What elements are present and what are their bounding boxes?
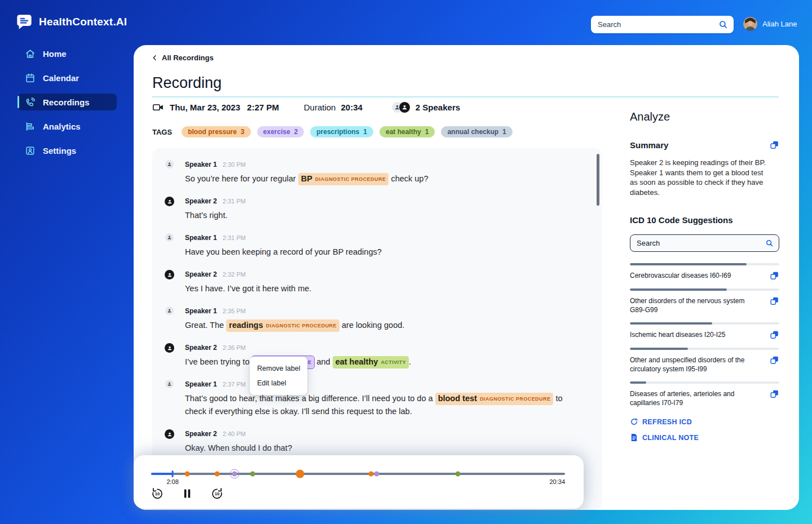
timeline-marker[interactable] (184, 472, 189, 477)
search-icon[interactable] (718, 20, 728, 29)
transcript-message: Speaker 2 2:36 PM I’ve been trying to st… (152, 344, 602, 368)
speakers-count: 2 Speakers (416, 103, 460, 112)
total-time: 20:34 (549, 478, 565, 485)
icd-suggestion: Cerebrovascular diseases I60-I69 (630, 263, 779, 281)
current-time: 2:08 (166, 478, 178, 485)
icd-suggestion-name: Cerebrovascular diseases I60-I69 (630, 271, 731, 280)
avatar[interactable] (743, 17, 757, 31)
transcript-message: Speaker 1 2:31 PM Have you been keeping … (152, 234, 602, 259)
copy-summary-icon[interactable] (770, 140, 779, 150)
timeline-marker[interactable] (214, 472, 219, 477)
confidence-bar (630, 263, 779, 265)
entity-chip-eat-healthy[interactable]: eat healthyACTIVITY (333, 356, 409, 368)
playhead[interactable] (172, 470, 174, 477)
sidebar-item-home[interactable]: Home (17, 45, 117, 62)
speaker-2-icon (399, 101, 411, 113)
timeline-marker[interactable] (374, 472, 379, 477)
tag-prescriptions[interactable]: prescriptions 1 (310, 126, 373, 137)
timeline-marker[interactable] (296, 470, 304, 478)
clinical-note-button[interactable]: CLINICAL NOTE (630, 433, 779, 442)
icd-suggestion-name: Diseases of arteries, arterioles and cap… (630, 389, 758, 407)
home-icon (25, 48, 36, 59)
global-search-input[interactable] (598, 20, 718, 29)
tag-eat-healthy[interactable]: eat healthy 1 (379, 126, 435, 137)
chevron-left-icon (152, 55, 158, 61)
speaker-1-avatar (165, 233, 174, 242)
analyze-panel: Analyze Summary Speaker 2 is keeping rea… (630, 110, 779, 442)
user-menu[interactable]: Aliah Lane (743, 17, 797, 31)
sidebar-item-calendar[interactable]: Calendar (17, 69, 117, 86)
entity-term: BP (301, 174, 312, 183)
menu-item-remove-label[interactable]: Remove label (257, 361, 300, 376)
timeline-marker[interactable] (455, 472, 460, 477)
sidebar-item-analytics[interactable]: Analytics (17, 118, 117, 135)
duration-value: 20:34 (341, 103, 362, 112)
icd-search-input[interactable] (637, 239, 765, 247)
global-search[interactable] (591, 16, 734, 33)
brand-logo: HealthContext.AI (16, 14, 127, 30)
page-title: Recording (152, 74, 222, 92)
transcript-message: Speaker 2 2:31 PM That’s right. (152, 197, 602, 222)
message-time: 2:31 PM (223, 234, 246, 241)
message-text: That’s good to hear, that makes a big di… (185, 392, 576, 418)
video-camera-icon (152, 101, 164, 113)
message-speaker: Speaker 1 (185, 307, 217, 315)
icd-search-icon[interactable] (765, 239, 774, 247)
icd-suggestion: Other and unspecified disorders of the c… (630, 348, 779, 374)
rewind-10-icon: 10 (151, 487, 164, 500)
tag-label: annual checkup (447, 128, 498, 136)
svg-text:10: 10 (215, 491, 219, 496)
message-text: Have you been keeping a record of your B… (185, 246, 576, 259)
sidebar-item-recordings[interactable]: Recordings (17, 94, 117, 110)
sidebar-item-settings[interactable]: Settings (17, 142, 117, 159)
copy-icd-icon[interactable] (770, 389, 779, 399)
tag-label: exercise (263, 128, 290, 136)
message-text: Yes I have. I’ve got it here with me. (185, 282, 576, 295)
app-window: HealthContext.AI Aliah Lane Home Calenda… (0, 0, 812, 524)
entity-term: eat healthy (336, 357, 378, 366)
entity-chip-BP[interactable]: BPDIAGNOSTIC PROCEDURE (298, 173, 389, 185)
refresh-icd-label: REFRESH ICD (642, 418, 692, 426)
timeline[interactable]: 2:08 20:34 (151, 472, 565, 476)
menu-item-edit-label[interactable]: Edit label (257, 376, 300, 390)
confidence-bar (630, 288, 779, 291)
entity-chip-blood-test[interactable]: blood testDIAGNOSTIC PROCEDURE (435, 393, 554, 405)
refresh-icd-button[interactable]: REFRESH ICD (630, 418, 779, 426)
copy-icd-icon[interactable] (770, 296, 779, 306)
copy-icd-icon[interactable] (770, 356, 779, 365)
breadcrumb-label: All Recordings (162, 54, 214, 62)
confidence-bar (630, 381, 779, 384)
title-divider (152, 96, 779, 97)
copy-icd-icon[interactable] (770, 271, 779, 281)
speaker-1-avatar (165, 307, 174, 315)
breadcrumb[interactable]: All Recordings (152, 54, 214, 62)
speakers-avatars (392, 101, 411, 113)
rewind-10-button[interactable]: 10 (151, 487, 164, 500)
tag-annual-checkup[interactable]: annual checkup 1 (441, 126, 512, 137)
call-icon (25, 97, 36, 108)
timeline-marker[interactable] (369, 472, 374, 477)
icd-suggestion-name: Ischemic heart diseases I20-I25 (630, 330, 725, 339)
svg-text:10: 10 (155, 491, 160, 496)
icd-suggestion-name: Other disorders of the nervous system G8… (630, 296, 758, 314)
message-time: 2:31 PM (223, 198, 246, 205)
timeline-marker[interactable] (250, 472, 255, 477)
speaker-1-avatar (165, 380, 174, 388)
icd-search[interactable] (630, 234, 779, 252)
entity-type-label: DIAGNOSTIC PROCEDURE (480, 396, 551, 402)
entity-chip-readings[interactable]: readingsDIAGNOSTIC PROCEDURE (226, 319, 339, 332)
forward-10-button[interactable]: 10 (210, 487, 224, 500)
transcript-scrollbar[interactable] (597, 154, 599, 206)
confidence-bar (630, 348, 779, 350)
tag-count: 1 (425, 128, 429, 136)
timeline-track[interactable] (151, 473, 565, 475)
tag-blood-pressure[interactable]: blood pressure 3 (182, 126, 250, 137)
copy-icd-icon[interactable] (770, 330, 779, 340)
recording-meta: Thu, Mar 23, 2023 2:27 PM Duration 20:34… (152, 101, 460, 113)
tag-exercise[interactable]: exercise 2 (257, 126, 304, 137)
timeline-marker[interactable] (232, 472, 237, 477)
icd-suggestions-list: Cerebrovascular diseases I60-I69 Other d… (630, 263, 779, 407)
pause-button[interactable] (180, 487, 194, 500)
clinical-note-label: CLINICAL NOTE (642, 434, 699, 442)
confidence-bar (630, 322, 779, 325)
